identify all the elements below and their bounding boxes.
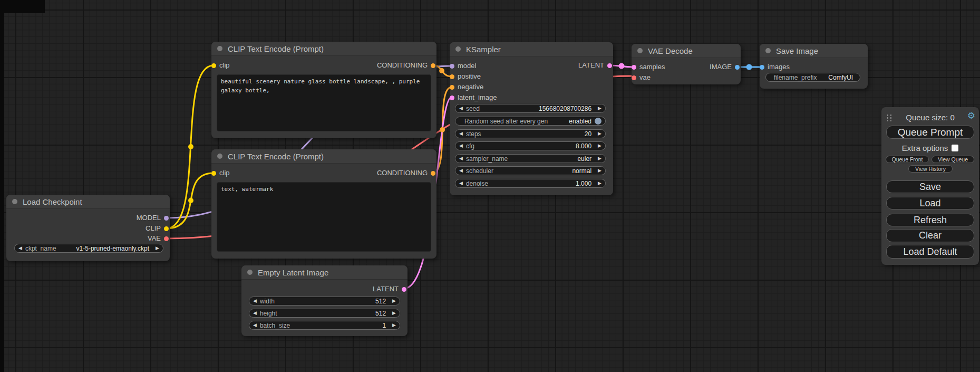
load-default-button[interactable]: Load Default <box>886 245 974 259</box>
random-seed-toggle[interactable]: Random seed after every gen enabled <box>455 117 606 126</box>
positive-input-port[interactable] <box>450 74 454 79</box>
ksampler-node: KSampler model positive negative latent_… <box>450 42 613 195</box>
vae-decode-node: VAE Decode samples vae IMAGE <box>632 44 741 84</box>
increment-arrow-icon[interactable]: ▶ <box>392 309 396 318</box>
ckpt-name-widget[interactable]: ◀ ckpt_name v1-5-pruned-emaonly.ckpt ▶ <box>14 244 163 253</box>
clip-output-port[interactable] <box>164 226 169 231</box>
model-input-port[interactable] <box>450 64 454 69</box>
node-title: CLIP Text Encode (Prompt) <box>228 44 324 53</box>
collapse-dot[interactable] <box>765 48 771 53</box>
widget-value: 512 <box>375 298 386 305</box>
height-widget[interactable]: ◀ height 512 ▶ <box>249 309 400 318</box>
widget-label: ckpt_name <box>25 245 56 252</box>
latent-output-port[interactable] <box>607 63 612 68</box>
widget-value: 1.000 <box>576 180 591 187</box>
seed-widget[interactable]: ◀ seed 156680208700286 ▶ <box>455 104 606 113</box>
widget-label: batch_size <box>260 322 290 329</box>
link-clip-positive <box>166 65 214 228</box>
decrement-arrow-icon[interactable]: ◀ <box>18 244 22 253</box>
canvas-left-edge <box>0 0 4 372</box>
decrement-arrow-icon[interactable]: ◀ <box>459 129 463 138</box>
clear-button[interactable]: Clear <box>886 229 974 242</box>
link-dot-cond-negative <box>440 127 445 132</box>
decrement-arrow-icon[interactable]: ◀ <box>253 321 257 330</box>
positive-input-label: positive <box>458 72 481 81</box>
increment-arrow-icon[interactable]: ▶ <box>598 166 601 175</box>
toggle-dot[interactable] <box>595 118 601 125</box>
clip-input-port[interactable] <box>211 63 216 68</box>
link-clip-negative <box>166 173 214 228</box>
decrement-arrow-icon[interactable]: ◀ <box>459 141 463 150</box>
clip-positive-titlebar[interactable]: CLIP Text Encode (Prompt) <box>211 42 436 56</box>
collapse-dot[interactable] <box>455 46 461 52</box>
empty-latent-titlebar[interactable]: Empty Latent Image <box>241 265 407 280</box>
increment-arrow-icon[interactable]: ▶ <box>598 141 601 150</box>
decrement-arrow-icon[interactable]: ◀ <box>459 166 463 175</box>
widget-value: 8.000 <box>576 142 591 150</box>
decrement-arrow-icon[interactable]: ◀ <box>459 179 463 188</box>
filename-prefix-widget[interactable]: filename_prefix ComfyUI <box>765 73 860 82</box>
images-input-port[interactable] <box>760 65 764 70</box>
increment-arrow-icon[interactable]: ▶ <box>598 129 601 138</box>
increment-arrow-icon[interactable]: ▶ <box>598 179 601 188</box>
view-history-button[interactable]: View History <box>908 165 953 173</box>
vae-output-port[interactable] <box>164 236 169 241</box>
sampler-name-widget[interactable]: ◀ sampler_name euler ▶ <box>455 154 606 163</box>
node-title: CLIP Text Encode (Prompt) <box>228 152 324 161</box>
latent-output-label: LATENT <box>373 284 399 294</box>
refresh-button[interactable]: Refresh <box>886 214 974 226</box>
view-queue-button[interactable]: View Queue <box>932 156 974 163</box>
queue-prompt-button[interactable]: Queue Prompt <box>886 126 974 139</box>
settings-gear-icon[interactable]: ⚙ <box>967 111 975 120</box>
conditioning-output-port[interactable] <box>431 63 435 68</box>
load-button[interactable]: Load <box>886 197 974 209</box>
extra-options-checkbox[interactable] <box>952 145 958 151</box>
samples-input-port[interactable] <box>632 65 636 70</box>
negative-input-port[interactable] <box>450 85 454 90</box>
width-widget[interactable]: ◀ width 512 ▶ <box>249 297 400 306</box>
cfg-widget[interactable]: ◀ cfg 8.000 ▶ <box>455 141 606 150</box>
collapse-dot[interactable] <box>217 46 222 51</box>
decrement-arrow-icon[interactable]: ◀ <box>253 309 257 318</box>
latent-image-input-port[interactable] <box>450 96 454 100</box>
conditioning-output-port[interactable] <box>431 171 435 176</box>
comfyui-app: { "nodes": { "load_checkpoint": { "title… <box>0 0 980 372</box>
widget-label: width <box>260 298 275 305</box>
ksampler-titlebar[interactable]: KSampler <box>450 42 613 56</box>
positive-prompt-textarea[interactable]: beautiful scenery nature glass bottle la… <box>217 74 431 131</box>
decrement-arrow-icon[interactable]: ◀ <box>253 297 257 306</box>
increment-arrow-icon[interactable]: ▶ <box>392 297 396 306</box>
clip-input-port[interactable] <box>211 171 216 176</box>
denoise-widget[interactable]: ◀ denoise 1.000 ▶ <box>455 179 606 188</box>
decrement-arrow-icon[interactable]: ◀ <box>459 154 463 163</box>
load-checkpoint-titlebar[interactable]: Load Checkpoint <box>6 195 170 209</box>
save-button[interactable]: Save <box>886 180 974 193</box>
collapse-dot[interactable] <box>637 48 643 53</box>
link-dot-clip-positive <box>188 144 193 149</box>
scheduler-widget[interactable]: ◀ scheduler normal ▶ <box>455 166 606 175</box>
image-output-port[interactable] <box>735 65 740 70</box>
save-image-titlebar[interactable]: Save Image <box>760 44 868 58</box>
negative-prompt-textarea[interactable]: text, watermark <box>217 182 431 252</box>
increment-arrow-icon[interactable]: ▶ <box>598 154 601 163</box>
latent-output-label: LATENT <box>578 61 604 70</box>
model-output-port[interactable] <box>164 216 169 221</box>
queue-front-button[interactable]: Queue Front <box>886 156 929 163</box>
vae-decode-titlebar[interactable]: VAE Decode <box>632 44 741 58</box>
increment-arrow-icon[interactable]: ▶ <box>392 321 396 330</box>
widget-value: 156680208700286 <box>539 105 591 112</box>
increment-arrow-icon[interactable]: ▶ <box>156 244 159 253</box>
batch-size-widget[interactable]: ◀ batch_size 1 ▶ <box>249 321 400 330</box>
increment-arrow-icon[interactable]: ▶ <box>598 104 601 113</box>
vae-input-port[interactable] <box>632 75 636 80</box>
clip-negative-titlebar[interactable]: CLIP Text Encode (Prompt) <box>211 149 436 164</box>
collapse-dot[interactable] <box>12 199 17 204</box>
queue-size-label: Queue size: 0 <box>881 113 979 122</box>
link-dot-clip-negative <box>188 198 193 203</box>
collapse-dot[interactable] <box>247 270 253 275</box>
decrement-arrow-icon[interactable]: ◀ <box>459 104 463 113</box>
steps-widget[interactable]: ◀ steps 20 ▶ <box>455 129 606 138</box>
collapse-dot[interactable] <box>217 154 222 159</box>
canvas-corner-black <box>0 0 45 13</box>
latent-output-port[interactable] <box>402 287 406 292</box>
